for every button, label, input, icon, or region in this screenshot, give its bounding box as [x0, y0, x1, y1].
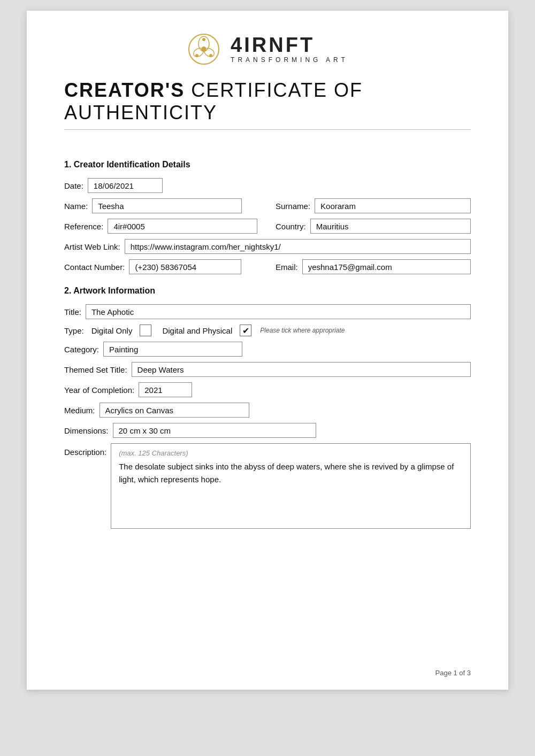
themed-set-row: Themed Set Title: Deep Waters — [64, 362, 471, 377]
email-label: Email: — [276, 263, 298, 272]
country-value: Mauritius — [310, 219, 471, 234]
description-label: Description: — [64, 443, 106, 457]
section-artwork-info: 2. Artwork Information Title: The Aphoti… — [64, 286, 471, 529]
logo-brand: 4IRNFT — [231, 35, 315, 55]
date-value: 18/06/2021 — [88, 178, 163, 193]
category-value: Painting — [103, 342, 242, 357]
name-half: Name: Teesha — [64, 198, 259, 213]
logo-row: 4IRNFT TRANSFORMING ART — [187, 32, 348, 66]
svg-point-4 — [201, 47, 207, 52]
section2-title: 2. Artwork Information — [64, 286, 471, 296]
artwork-title-label: Title: — [64, 307, 81, 317]
digital-physical-checkbox[interactable]: ✔ — [240, 325, 251, 336]
date-label: Date: — [64, 181, 83, 190]
dimensions-label: Dimensions: — [64, 426, 109, 435]
surname-label: Surname: — [276, 202, 310, 211]
medium-row: Medium: Acrylics on Canvas — [64, 403, 471, 418]
country-label: Country: — [276, 222, 306, 231]
reference-country-row: Reference: 4ir#0005 Country: Mauritius — [64, 219, 471, 234]
logo-text-block: 4IRNFT TRANSFORMING ART — [231, 35, 348, 64]
email-value: yeshna175@gmail.com — [302, 259, 471, 274]
section1-title: 1. Creator Identification Details — [64, 160, 471, 169]
logo-icon — [187, 32, 221, 66]
logo-tagline: TRANSFORMING ART — [231, 56, 348, 64]
weblink-value: https://www.instagram.com/her_nightsky1/ — [125, 239, 471, 254]
name-value: Teesha — [92, 198, 242, 213]
reference-half: Reference: 4ir#0005 — [64, 219, 259, 234]
svg-point-6 — [195, 54, 198, 57]
date-row: Date: 18/06/2021 — [64, 178, 471, 193]
dimensions-value: 20 cm x 30 cm — [113, 423, 316, 438]
cert-title-bold: CREATOR'S — [64, 79, 185, 101]
description-hint: (max. 125 Characters) — [119, 449, 463, 457]
dimensions-row: Dimensions: 20 cm x 30 cm — [64, 423, 471, 438]
themed-set-label: Themed Set Title: — [64, 365, 127, 374]
email-half: Email: yeshna175@gmail.com — [276, 259, 471, 274]
type-digital-physical: Digital and Physical — [162, 326, 232, 335]
name-label: Name: — [64, 202, 88, 211]
svg-point-7 — [209, 54, 212, 57]
header: 4IRNFT TRANSFORMING ART CREATOR'S CERTIF… — [64, 32, 471, 145]
digital-only-checkbox[interactable] — [140, 325, 151, 336]
reference-label: Reference: — [64, 222, 103, 231]
certificate-title: CREATOR'S CERTIFICATE OF AUTHENTICITY — [64, 79, 471, 124]
type-digital-only: Digital Only — [91, 326, 133, 335]
medium-value: Acrylics on Canvas — [100, 403, 249, 418]
contact-label: Contact Number: — [64, 263, 125, 272]
year-value: 2021 — [139, 382, 192, 397]
description-box: (max. 125 Characters) The desolate subje… — [111, 443, 471, 529]
weblink-row: Artist Web Link: https://www.instagram.c… — [64, 239, 471, 254]
surname-value: Kooraram — [315, 198, 471, 213]
contact-email-row: Contact Number: (+230) 58367054 Email: y… — [64, 259, 471, 274]
medium-label: Medium: — [64, 406, 95, 415]
title-divider — [64, 129, 471, 130]
weblink-label: Artist Web Link: — [64, 242, 120, 251]
type-label: Type: — [64, 326, 84, 335]
country-half: Country: Mauritius — [276, 219, 471, 234]
reference-value: 4ir#0005 — [108, 219, 257, 234]
year-label: Year of Completion: — [64, 385, 134, 395]
name-surname-row: Name: Teesha Surname: Kooraram — [64, 198, 471, 213]
type-note: Please tick where appropriate — [260, 327, 345, 334]
year-row: Year of Completion: 2021 — [64, 382, 471, 397]
section-creator-details: 1. Creator Identification Details Date: … — [64, 160, 471, 274]
surname-half: Surname: Kooraram — [276, 198, 471, 213]
artwork-title-row: Title: The Aphotic — [64, 304, 471, 319]
contact-half: Contact Number: (+230) 58367054 — [64, 259, 259, 274]
certificate-page: 4IRNFT TRANSFORMING ART CREATOR'S CERTIF… — [27, 11, 508, 690]
category-label: Category: — [64, 345, 99, 354]
page-info: Page 1 of 3 — [435, 669, 471, 677]
description-row: Description: (max. 125 Characters) The d… — [64, 443, 471, 529]
svg-point-5 — [202, 38, 205, 41]
page-footer: Page 1 of 3 — [435, 669, 471, 677]
category-row: Category: Painting — [64, 342, 471, 357]
contact-value: (+230) 58367054 — [129, 259, 241, 274]
artwork-title-value: The Aphotic — [86, 304, 471, 319]
type-row: Type: Digital Only Digital and Physical … — [64, 325, 471, 336]
themed-set-value: Deep Waters — [132, 362, 471, 377]
description-text: The desolate subject sinks into the abys… — [119, 462, 454, 484]
